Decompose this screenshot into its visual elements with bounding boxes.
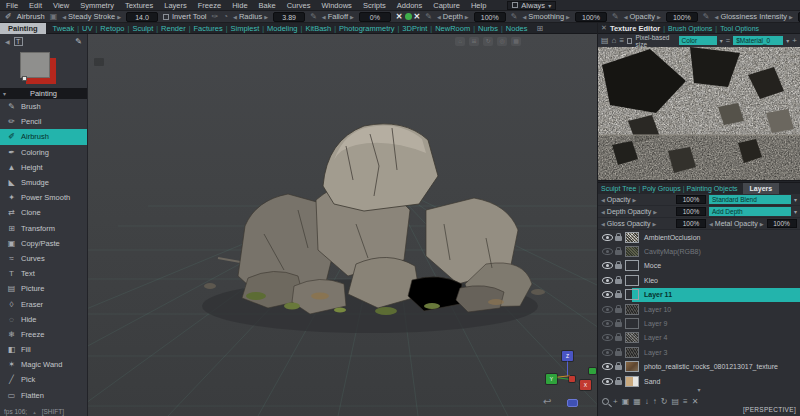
layer-thumbnail[interactable] (625, 275, 639, 286)
layer-opacity-value[interactable]: 100% (676, 195, 706, 204)
depth-dec[interactable]: ◀ (437, 14, 441, 20)
layer-thumbnail[interactable] (625, 260, 639, 271)
opacity-dec[interactable]: ◀ (624, 14, 628, 20)
tab-render[interactable]: Render (158, 24, 189, 33)
depth-opacity-label[interactable]: Depth Opacity (607, 208, 651, 215)
stylus-lock-icon[interactable]: ◔ (223, 13, 228, 21)
layer-thumbnail[interactable] (625, 318, 639, 329)
tool-text[interactable]: TText (0, 266, 87, 281)
gizmo-y-cube[interactable]: Y (546, 374, 557, 384)
depth-opacity-value[interactable]: 100% (676, 207, 706, 216)
tab-nurbs[interactable]: Nurbs (475, 24, 501, 33)
falloff-label[interactable]: Falloff (328, 12, 348, 21)
pen-curve-icon[interactable]: ✎ (425, 13, 432, 21)
tool-pick[interactable]: ╱Pick (0, 372, 87, 387)
layer-lock-icon[interactable] (615, 279, 622, 284)
layer-visibility-icon[interactable] (602, 234, 613, 241)
layer-folder-icon[interactable]: ▤ (672, 397, 680, 406)
tool-power-smooth[interactable]: ✦Power Smooth (0, 190, 87, 205)
tool-clone[interactable]: ⇄Clone (0, 205, 87, 220)
green-dot-icon[interactable] (405, 13, 412, 20)
tool-magic-wand[interactable]: ✶Magic Wand (0, 357, 87, 372)
gloss-opacity-dec[interactable]: ◀ (601, 221, 605, 227)
smoothing-value[interactable]: 100% (575, 12, 607, 22)
tool-brush[interactable]: ✎Brush (0, 99, 87, 114)
metal-opacity-value[interactable]: 100% (767, 219, 797, 228)
layer-options-icon[interactable]: ≡ (683, 397, 688, 406)
opacity-value[interactable]: 100% (666, 12, 698, 22)
tool-smudge[interactable]: ◣Smudge (0, 175, 87, 190)
falloff-value[interactable]: 0% (359, 12, 391, 22)
layer-lock-icon[interactable] (615, 264, 622, 269)
falloff-inc[interactable]: ▶ (350, 14, 354, 20)
radius-dec[interactable]: ◀ (233, 14, 237, 20)
close-icon[interactable]: ✕ (601, 24, 607, 32)
opacity-label[interactable]: Opacity (630, 12, 655, 21)
steady-stroke-inc[interactable]: ▶ (117, 14, 121, 20)
tool-height[interactable]: ▲Height (0, 160, 87, 175)
camera-preset-icon[interactable] (567, 399, 578, 407)
layer-visibility-icon[interactable] (602, 363, 613, 370)
layer-lock-icon[interactable] (615, 308, 622, 313)
gizmo-z-cube[interactable]: Z (562, 351, 573, 361)
gloss-opacity-inc[interactable]: ▶ (652, 221, 656, 227)
always-dropdown[interactable]: Always ▾ (507, 1, 556, 10)
tab-layers-active[interactable]: Layers (743, 183, 780, 194)
color-swatch-area[interactable] (0, 50, 87, 86)
layer-lock-icon[interactable] (615, 336, 622, 341)
layer-opacity-label[interactable]: Opacity (607, 196, 631, 203)
menu-addons[interactable]: Addons (397, 1, 422, 10)
layer-row[interactable]: photo_realistic_rocks_0801213017_texture (598, 360, 800, 374)
depth-inc[interactable]: ▶ (465, 14, 469, 20)
delete-layer-icon[interactable]: ✕ (692, 397, 699, 406)
tab-photogrammetry[interactable]: Photogrammetry (336, 24, 397, 33)
menu-help[interactable]: Help (471, 1, 486, 10)
grid-view-icon[interactable]: ▦ (511, 37, 521, 46)
refresh-layer-icon[interactable]: ↻ (661, 397, 668, 406)
tab-retopo[interactable]: Retopo (97, 24, 127, 33)
menu-capture[interactable]: Capture (433, 1, 460, 10)
gloss-opacity-label[interactable]: Gloss Opacity (607, 220, 651, 227)
channel-dropdown[interactable]: Color (679, 36, 717, 45)
tool-picture[interactable]: ▤Picture (0, 281, 87, 296)
menu-file[interactable]: File (6, 1, 18, 10)
opacity-inc[interactable]: ▶ (633, 197, 637, 203)
glossiness-dec[interactable]: ◀ (715, 14, 719, 20)
radius-label[interactable]: Radius (239, 12, 262, 21)
layer-visibility-icon[interactable] (602, 248, 613, 255)
swap-color-swatch[interactable] (22, 76, 27, 81)
layer-lock-icon[interactable] (615, 351, 622, 356)
cross-icon[interactable]: ✕ (414, 12, 421, 21)
tool-flatten[interactable]: ▭Flatten (0, 388, 87, 403)
text-tool-icon[interactable]: T (14, 37, 23, 46)
layer-row[interactable]: Layer 3 (598, 345, 800, 359)
glossiness-inc[interactable]: ▶ (789, 14, 793, 20)
tool-eraser[interactable]: ◊Eraser (0, 296, 87, 311)
layer-visibility-icon[interactable] (602, 306, 613, 313)
add-workspace-icon[interactable]: ⊞ (537, 24, 544, 33)
menu-curves[interactable]: Curves (287, 1, 311, 10)
menu-windows[interactable]: Windows (321, 1, 351, 10)
add-layer-icon[interactable]: + (613, 397, 618, 406)
menu-freeze[interactable]: Freeze (198, 1, 221, 10)
target-view-icon[interactable]: ◎ (497, 37, 507, 46)
duplicate-layer-icon[interactable]: ▣ (622, 397, 630, 406)
pen-curve-icon[interactable]: ✎ (511, 13, 518, 21)
layer-visibility-icon[interactable] (602, 320, 613, 327)
metal-opacity-dec[interactable]: ◀ (709, 221, 713, 227)
tool-hide[interactable]: ◌Hide (0, 312, 87, 327)
viewport-3d[interactable]: ⌂ ⊞ ↻ ◎ ▦ Z Y X ↩ (88, 34, 597, 416)
steady-stroke-dec[interactable]: ◀ (62, 14, 66, 20)
tool-curves[interactable]: ≈Curves (0, 251, 87, 266)
layer-thumbnail[interactable] (625, 304, 639, 315)
menu-icon[interactable]: ≡ (619, 36, 624, 45)
menu-view[interactable]: View (53, 1, 69, 10)
current-brush-icon[interactable]: ✎ (75, 37, 82, 46)
add-material-icon[interactable]: + (792, 36, 797, 45)
tool-transform[interactable]: ⊞Transform (0, 221, 87, 236)
layer-thumbnail[interactable] (625, 246, 639, 257)
menu-layers[interactable]: Layers (164, 1, 187, 10)
menu-edit[interactable]: Edit (29, 1, 42, 10)
depth-value[interactable]: 100% (474, 12, 506, 22)
undo-icon[interactable]: ↩ (543, 396, 551, 407)
